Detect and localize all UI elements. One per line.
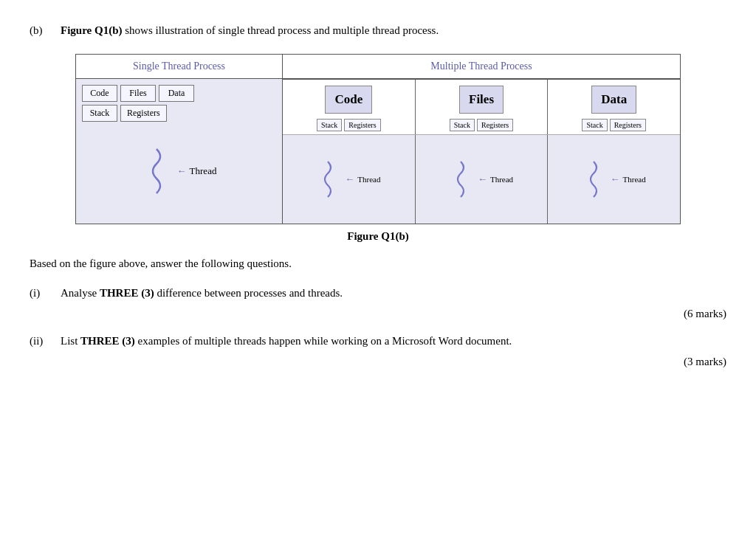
q-i-bold: THREE (3)	[100, 287, 154, 299]
marks-ii: (3 marks)	[30, 356, 726, 368]
multi-thread-symbol-2: ← Thread	[450, 159, 513, 199]
figure-ref-bold: Figure Q1(b)	[61, 24, 122, 36]
multi-shared-row: Code Stack Registers Files Stack Registe…	[283, 80, 680, 135]
questions-section: Based on the figure above, answer the fo…	[30, 255, 726, 368]
multi-files-registers: Registers	[477, 119, 513, 131]
single-shared-boxes-row: Code Files Data	[82, 85, 276, 102]
multi-arrow-icon-3: ←	[611, 173, 620, 185]
single-thread-header: Single Thread Process	[76, 55, 282, 79]
multi-thread-cell-2: ← Thread	[416, 135, 549, 224]
single-thread-body: Code Files Data Stack Registers	[76, 79, 282, 224]
q-label-ii: (ii)	[30, 332, 52, 350]
multi-data-registers: Registers	[610, 119, 646, 131]
single-thread-arrow: ← Thread	[177, 165, 217, 177]
single-thread-column: Single Thread Process Code Files Data St…	[76, 55, 283, 224]
q-ii-text-before: List	[61, 335, 80, 347]
single-thread-boxes-row: Stack Registers	[82, 105, 276, 122]
multi-code-mini-row: Stack Registers	[314, 117, 383, 134]
figure-container: Single Thread Process Code Files Data St…	[75, 54, 681, 243]
multi-files-stack: Stack	[450, 119, 475, 131]
multi-thread-squiggle-icon-2	[450, 159, 472, 199]
multi-thread-squiggle-icon-3	[583, 159, 605, 199]
single-stack-box: Stack	[82, 105, 117, 122]
multi-code-stack: Stack	[317, 119, 342, 131]
q-i-text-before: Analyse	[61, 287, 100, 299]
multi-threads-row: ← Thread ← Thread	[283, 135, 680, 224]
multi-thread-arrow-1: ← Thread	[345, 173, 380, 185]
single-thread-label: Thread	[190, 165, 217, 177]
multi-code-registers: Registers	[344, 119, 380, 131]
single-arrow-icon: ←	[177, 165, 187, 177]
q-ii-text-after: examples of multiple threads happen whil…	[135, 335, 512, 347]
single-code-box: Code	[82, 85, 117, 102]
multi-thread-label-3: Thread	[623, 175, 646, 184]
intro-text-after: shows illustration of single thread proc…	[122, 24, 439, 36]
multi-thread-cell-3: ← Thread	[548, 135, 680, 224]
multi-thread-arrow-2: ← Thread	[478, 173, 513, 185]
intro-text: Figure Q1(b) shows illustration of singl…	[61, 22, 439, 39]
multi-thread-symbol-3: ← Thread	[583, 159, 646, 199]
multi-code-label-area: Code	[322, 80, 375, 117]
multi-data-box: Data	[591, 86, 636, 114]
multi-code-cell: Code Stack Registers	[283, 80, 416, 134]
multi-thread-arrow-3: ← Thread	[611, 173, 646, 185]
multi-files-box: Files	[459, 86, 504, 114]
multi-thread-label-2: Thread	[490, 175, 513, 184]
multi-thread-header: Multiple Thread Process	[283, 55, 680, 79]
single-files-box: Files	[120, 85, 156, 102]
figure-caption: Figure Q1(b)	[347, 230, 408, 243]
multi-data-label-area: Data	[588, 80, 639, 117]
body-text: Based on the figure above, answer the fo…	[30, 255, 726, 272]
q-text-i: Analyse THREE (3) difference between pro…	[61, 284, 726, 302]
multi-data-cell: Data Stack Registers	[548, 80, 680, 134]
q-text-ii: List THREE (3) examples of multiple thre…	[61, 332, 726, 350]
q-ii-bold: THREE (3)	[80, 335, 135, 347]
question-intro: (b) Figure Q1(b) shows illustration of s…	[30, 22, 726, 39]
question-label: (b)	[30, 22, 52, 39]
multi-files-mini-row: Stack Registers	[447, 117, 516, 134]
single-data-box: Data	[159, 85, 194, 102]
single-thread-symbol: ← Thread	[142, 145, 217, 197]
question-row-i: (i) Analyse THREE (3) difference between…	[30, 284, 726, 302]
multi-code-box: Code	[325, 86, 372, 114]
multi-thread-label-1: Thread	[357, 175, 380, 184]
multi-thread-squiggle-icon-1	[317, 159, 339, 199]
single-thread-squiggle-icon	[142, 145, 171, 197]
question-row-ii: (ii) List THREE (3) examples of multiple…	[30, 332, 726, 350]
q-i-text-after: difference between processes and threads…	[154, 287, 343, 299]
multi-thread-symbol-1: ← Thread	[317, 159, 380, 199]
multi-header-row: Multiple Thread Process	[283, 55, 680, 80]
single-thread-area: ← Thread	[82, 125, 276, 218]
marks-i: (6 marks)	[30, 308, 726, 320]
multi-thread-cell-1: ← Thread	[283, 135, 416, 224]
single-registers-box: Registers	[120, 105, 167, 122]
diagram-outer: Single Thread Process Code Files Data St…	[75, 54, 681, 224]
multi-files-label-area: Files	[456, 80, 506, 117]
multi-files-cell: Files Stack Registers	[416, 80, 549, 134]
multi-thread-column: Multiple Thread Process Code Stack Regis…	[283, 55, 680, 224]
multi-data-mini-row: Stack Registers	[579, 117, 648, 134]
multi-data-stack: Stack	[582, 119, 607, 131]
multi-arrow-icon-1: ←	[345, 173, 354, 185]
q-label-i: (i)	[30, 284, 52, 302]
multi-arrow-icon-2: ←	[478, 173, 487, 185]
